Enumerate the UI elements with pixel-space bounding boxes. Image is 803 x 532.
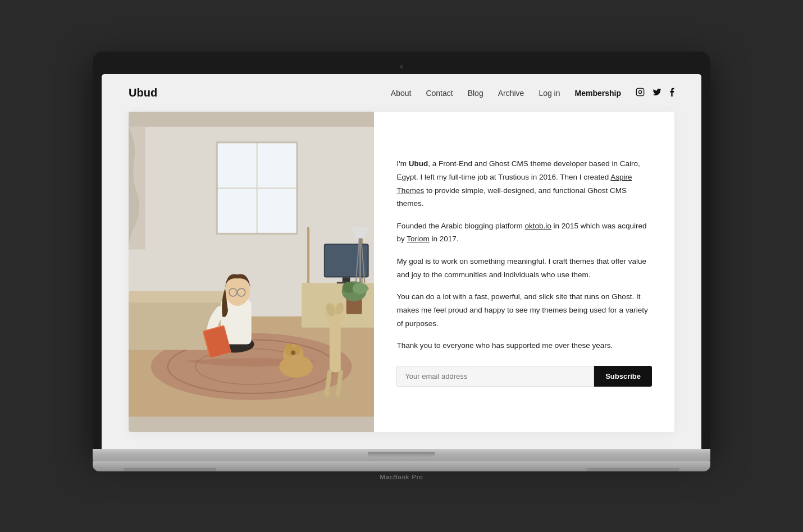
subscribe-form: Subscribe (396, 366, 652, 387)
svg-rect-20 (325, 245, 368, 277)
twitter-icon[interactable] (653, 88, 661, 99)
main-nav: About Contact Blog Archive Log in Member… (391, 88, 674, 99)
nav-blog[interactable]: Blog (468, 89, 483, 98)
svg-rect-21 (343, 277, 350, 282)
svg-line-51 (338, 372, 341, 395)
laptop-notch (368, 452, 435, 457)
oktob-link[interactable]: oktob.io (525, 222, 551, 230)
main-content: I'm Ubud, a Front-End and Ghost CMS them… (102, 112, 701, 449)
bio-name-bold: Ubud (409, 159, 428, 168)
bio-paragraph-1: I'm Ubud, a Front-End and Ghost CMS them… (396, 157, 652, 210)
laptop-foot-left (124, 468, 216, 471)
site-header: Ubud About Contact Blog Archive Log in M… (102, 74, 701, 112)
svg-point-1 (638, 90, 641, 93)
nav-membership[interactable]: Membership (575, 89, 621, 98)
nav-about[interactable]: About (391, 89, 412, 98)
social-icons (636, 88, 674, 99)
svg-rect-8 (218, 144, 296, 233)
nav-login[interactable]: Log in (539, 89, 560, 98)
subscribe-button[interactable]: Subscribe (594, 366, 652, 387)
laptop-bottom-bar (93, 449, 710, 461)
bio-paragraph-3: My goal is to work on something meaningf… (396, 255, 652, 281)
macbook-label: MacBook Pro (93, 474, 710, 480)
svg-point-44 (291, 351, 295, 355)
camera-dot (400, 65, 403, 68)
svg-point-31 (353, 283, 368, 294)
email-input[interactable] (396, 366, 594, 387)
content-card: I'm Ubud, a Front-End and Ghost CMS them… (129, 112, 674, 432)
laptop-wrapper: Ubud About Contact Blog Archive Log in M… (93, 52, 710, 480)
photo-panel (129, 112, 374, 432)
svg-rect-46 (330, 317, 341, 372)
nav-archive[interactable]: Archive (498, 89, 524, 98)
bio-paragraph-4: You can do a lot with a fast, powerful, … (396, 290, 652, 330)
instagram-icon[interactable] (636, 88, 645, 99)
facebook-icon[interactable] (669, 88, 674, 99)
svg-point-2 (642, 89, 642, 90)
bio-paragraph-2: Founded the Arabic blogging platform okt… (396, 219, 652, 246)
svg-line-50 (327, 372, 330, 395)
svg-rect-0 (636, 88, 644, 95)
svg-rect-14 (129, 291, 229, 302)
room-illustration (129, 112, 374, 432)
nav-contact[interactable]: Contact (426, 89, 453, 98)
aspire-themes-link[interactable]: Aspire Themes (396, 173, 632, 195)
laptop-base (93, 461, 710, 471)
laptop-screen: Ubud About Contact Blog Archive Log in M… (102, 74, 701, 449)
laptop-bezel: Ubud About Contact Blog Archive Log in M… (93, 52, 710, 449)
bio-paragraph-5: Thank you to everyone who has supported … (396, 339, 652, 352)
site-logo[interactable]: Ubud (129, 86, 157, 99)
bio-panel: I'm Ubud, a Front-End and Ghost CMS them… (374, 112, 674, 432)
laptop-foot-right (587, 468, 679, 471)
svg-rect-16 (307, 227, 309, 283)
site-wrapper: Ubud About Contact Blog Archive Log in M… (102, 74, 701, 449)
toriom-link[interactable]: Toriom (407, 235, 430, 243)
